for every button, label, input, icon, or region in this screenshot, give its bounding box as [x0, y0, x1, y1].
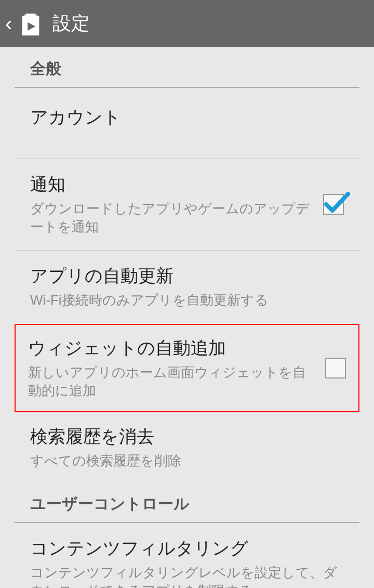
item-title: ウィジェットの自動追加	[28, 336, 315, 359]
section-title: ユーザーコントロール	[30, 495, 190, 512]
item-clear-history[interactable]: 検索履歴を消去 すべての検索履歴を削除	[15, 413, 359, 481]
section-title: 全般	[30, 60, 61, 77]
checkbox-notification[interactable]	[323, 194, 344, 215]
settings-list: 全般 アカウント 通知 ダウンロードしたアプリやゲームのアップデートを通知 アプ…	[0, 47, 374, 588]
item-title: 検索履歴を消去	[30, 425, 344, 448]
highlight-widget-auto-add: ウィジェットの自動追加 新しいアプリのホーム画面ウィジェットを自動的に追加	[15, 324, 359, 412]
item-subtitle: すべての検索履歴を削除	[30, 452, 344, 470]
item-subtitle: ダウンロードしたアプリやゲームのアップデートを通知	[30, 200, 313, 236]
section-user-control: ユーザーコントロール	[15, 482, 359, 523]
item-title: アカウント	[30, 106, 344, 128]
item-content-filter[interactable]: コンテンツフィルタリング コンテンツフィルタリングレベルを設定して、ダウンロード…	[15, 523, 359, 589]
item-subtitle: 新しいアプリのホーム画面ウィジェットを自動的に追加	[28, 363, 315, 400]
app-header: ‹ 設定	[0, 0, 374, 47]
item-notification[interactable]: 通知 ダウンロードしたアプリやゲームのアップデートを通知	[15, 159, 359, 250]
item-title: アプリの自動更新	[30, 264, 344, 287]
section-general: 全般	[15, 47, 359, 88]
item-auto-update[interactable]: アプリの自動更新 Wi-Fi接続時のみアプリを自動更新する	[15, 251, 359, 323]
item-title: 通知	[30, 173, 313, 195]
item-account[interactable]: アカウント	[15, 88, 359, 159]
page-title: 設定	[52, 11, 90, 36]
item-subtitle: Wi-Fi接続時のみアプリを自動更新する	[30, 291, 344, 309]
item-subtitle: コンテンツフィルタリングレベルを設定して、ダウンロードできるアプリを制限する	[30, 564, 344, 588]
back-chevron-icon[interactable]: ‹	[4, 13, 14, 34]
item-widget-auto-add[interactable]: ウィジェットの自動追加 新しいアプリのホーム画面ウィジェットを自動的に追加	[16, 325, 358, 411]
checkbox-widget-auto-add[interactable]	[325, 358, 346, 378]
item-title: コンテンツフィルタリング	[30, 537, 344, 559]
play-store-icon[interactable]	[16, 9, 45, 38]
